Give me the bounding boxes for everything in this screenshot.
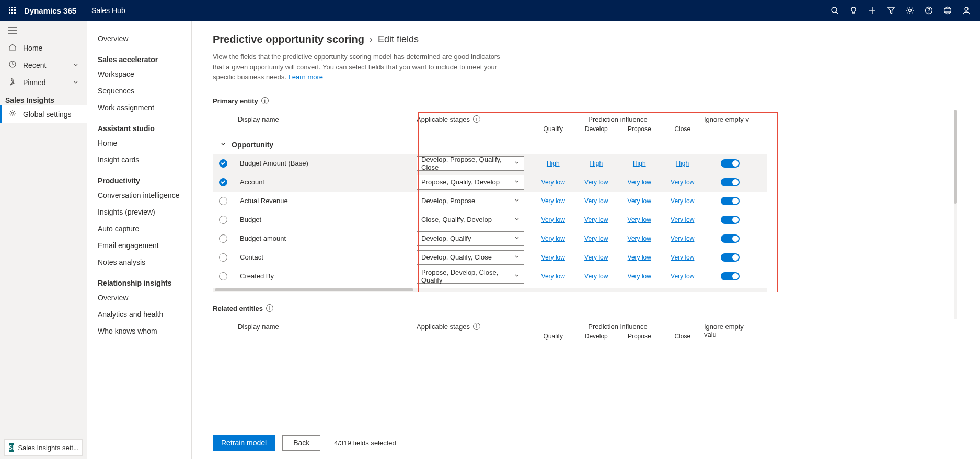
nav-recent[interactable]: Recent <box>0 56 87 74</box>
row-checkbox[interactable] <box>219 253 227 262</box>
influence-qualify[interactable]: Very low <box>532 197 575 205</box>
influence-close[interactable]: High <box>661 160 705 167</box>
influence-develop[interactable]: Very low <box>575 197 618 205</box>
ignore-empty-toggle[interactable] <box>721 253 740 262</box>
row-checkbox[interactable] <box>219 178 227 186</box>
influence-propose[interactable]: Very low <box>618 235 661 242</box>
ignore-empty-toggle[interactable] <box>721 197 740 205</box>
applicable-stages-dropdown[interactable]: Develop, Propose <box>417 194 524 208</box>
lightbulb-icon[interactable] <box>844 0 863 21</box>
settings-icon[interactable] <box>901 0 919 21</box>
nav-ri-overview[interactable]: Overview <box>87 289 191 306</box>
profile-icon[interactable] <box>957 0 976 21</box>
row-checkbox[interactable] <box>219 272 227 280</box>
ignore-empty-toggle[interactable] <box>721 159 740 168</box>
app-launcher-icon[interactable] <box>4 0 21 21</box>
influence-propose[interactable]: Very low <box>618 197 661 205</box>
influence-qualify[interactable]: Very low <box>532 254 575 261</box>
horizontal-scrollbar[interactable] <box>213 288 767 292</box>
ignore-empty-toggle[interactable] <box>721 234 740 243</box>
influence-develop[interactable]: Very low <box>575 216 618 223</box>
table-row[interactable]: Account Propose, Qualify, Develop Very l… <box>213 173 767 192</box>
row-checkbox[interactable] <box>219 197 227 205</box>
nav-workspace[interactable]: Workspace <box>87 66 191 83</box>
influence-close[interactable]: Very low <box>661 216 705 223</box>
influence-close[interactable]: Very low <box>661 179 705 186</box>
influence-qualify[interactable]: Very low <box>532 235 575 242</box>
nav-conversation-intelligence[interactable]: Conversation intelligence <box>87 187 191 204</box>
ignore-empty-toggle[interactable] <box>721 272 740 280</box>
info-icon[interactable]: i <box>261 97 269 104</box>
influence-qualify[interactable]: Very low <box>532 216 575 223</box>
nav-auto-capture[interactable]: Auto capture <box>87 220 191 237</box>
retrain-model-button[interactable]: Retrain model <box>213 435 275 451</box>
influence-propose[interactable]: Very low <box>618 179 661 186</box>
search-icon[interactable] <box>825 0 844 21</box>
nav-overview[interactable]: Overview <box>87 30 191 47</box>
influence-propose[interactable]: Very low <box>618 254 661 261</box>
applicable-stages-dropdown[interactable]: Develop, Propose, Qualify, Close <box>417 156 524 171</box>
table-row[interactable]: Budget Close, Qualify, Develop Very low … <box>213 210 767 229</box>
influence-qualify[interactable]: High <box>532 160 575 167</box>
influence-propose[interactable]: Very low <box>618 273 661 280</box>
entity-group-opportunity[interactable]: Opportunity <box>213 135 767 154</box>
influence-propose[interactable]: Very low <box>618 216 661 223</box>
influence-develop[interactable]: Very low <box>575 179 618 186</box>
environment-picker[interactable]: SI Sales Insights sett... <box>4 439 83 456</box>
influence-qualify[interactable]: Very low <box>532 273 575 280</box>
svg-rect-8 <box>14 12 16 14</box>
table-row[interactable]: Created By Propose, Develop, Close, Qual… <box>213 267 767 286</box>
row-checkbox[interactable] <box>219 234 227 243</box>
applicable-stages-dropdown[interactable]: Close, Qualify, Develop <box>417 213 524 227</box>
app-icon[interactable] <box>938 0 957 21</box>
filter-icon[interactable] <box>882 0 901 21</box>
table-row[interactable]: Budget Amount (Base) Develop, Propose, Q… <box>213 154 767 173</box>
applicable-stages-dropdown[interactable]: Propose, Qualify, Develop <box>417 175 524 190</box>
field-name: Account <box>234 178 417 186</box>
learn-more-link[interactable]: Learn more <box>289 73 323 81</box>
info-icon[interactable]: i <box>473 115 480 123</box>
nav-insight-cards[interactable]: Insight cards <box>87 151 191 168</box>
table-row[interactable]: Actual Revenue Develop, Propose Very low… <box>213 192 767 210</box>
nav-email-engagement[interactable]: Email engagement <box>87 237 191 254</box>
row-checkbox[interactable] <box>219 216 227 224</box>
nav-home[interactable]: Home <box>0 39 87 56</box>
info-icon[interactable]: i <box>266 304 273 312</box>
influence-close[interactable]: Very low <box>661 254 705 261</box>
influence-close[interactable]: Very low <box>661 197 705 205</box>
influence-close[interactable]: Very low <box>661 235 705 242</box>
add-icon[interactable] <box>863 0 882 21</box>
back-button[interactable]: Back <box>282 435 320 451</box>
nav-work-assignment[interactable]: Work assignment <box>87 99 191 116</box>
nav-assistant-home[interactable]: Home <box>87 135 191 151</box>
influence-develop[interactable]: Very low <box>575 235 618 242</box>
hub-name[interactable]: Sales Hub <box>84 6 133 15</box>
vertical-scrollbar[interactable] <box>954 110 957 319</box>
influence-propose[interactable]: High <box>618 160 661 167</box>
table-row[interactable]: Budget amount Develop, Qualify Very low … <box>213 229 767 248</box>
nav-who-knows-whom[interactable]: Who knows whom <box>87 323 191 339</box>
nav-notes-analysis[interactable]: Notes analysis <box>87 254 191 270</box>
applicable-stages-dropdown[interactable]: Develop, Qualify <box>417 231 524 246</box>
nav-sequences[interactable]: Sequences <box>87 83 191 99</box>
nav-global-settings[interactable]: Global settings <box>0 105 87 123</box>
table-row[interactable]: Contact Develop, Qualify, Close Very low… <box>213 248 767 267</box>
influence-develop[interactable]: Very low <box>575 273 618 280</box>
influence-develop[interactable]: High <box>575 160 618 167</box>
ignore-empty-toggle[interactable] <box>721 178 740 186</box>
info-icon[interactable]: i <box>473 323 480 330</box>
ignore-empty-toggle[interactable] <box>721 216 740 224</box>
nav-insights-preview[interactable]: Insights (preview) <box>87 204 191 220</box>
nav-analytics-health[interactable]: Analytics and health <box>87 306 191 323</box>
influence-close[interactable]: Very low <box>661 273 705 280</box>
nav-label: Pinned <box>23 78 46 87</box>
hamburger-icon[interactable] <box>0 21 87 39</box>
influence-qualify[interactable]: Very low <box>532 179 575 186</box>
help-icon[interactable] <box>919 0 938 21</box>
row-checkbox[interactable] <box>219 159 227 168</box>
applicable-stages-dropdown[interactable]: Propose, Develop, Close, Qualify <box>417 269 524 284</box>
nav-pinned[interactable]: Pinned <box>0 74 87 91</box>
influence-develop[interactable]: Very low <box>575 254 618 261</box>
breadcrumb-parent[interactable]: Predictive opportunity scoring <box>213 33 364 45</box>
applicable-stages-dropdown[interactable]: Develop, Qualify, Close <box>417 250 524 265</box>
